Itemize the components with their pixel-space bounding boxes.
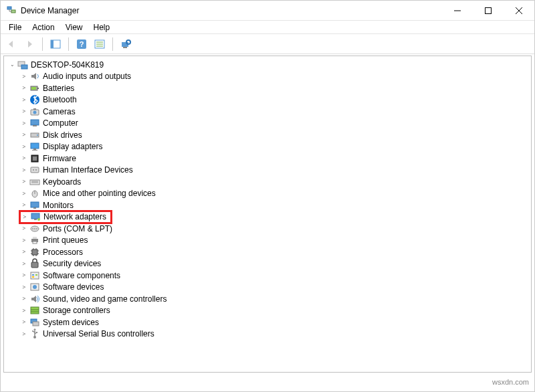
- svg-point-47: [37, 218, 40, 221]
- svg-rect-79: [36, 332, 37, 333]
- tree-category-label: Audio inputs and outputs: [43, 72, 131, 81]
- tree-category-node[interactable]: >Firmware: [8, 153, 531, 165]
- bluetooth-icon: [29, 94, 40, 105]
- tree-category-node[interactable]: >Mice and other pointing devices: [8, 188, 531, 200]
- chevron-right-icon[interactable]: >: [20, 248, 28, 256]
- menu-action[interactable]: Action: [27, 21, 60, 33]
- properties-button[interactable]: [92, 36, 108, 52]
- svg-point-29: [37, 134, 38, 136]
- chevron-right-icon[interactable]: >: [20, 225, 28, 233]
- tree-category-label: Sound, video and game controllers: [43, 294, 167, 304]
- svg-point-50: [34, 228, 35, 229]
- svg-rect-32: [32, 150, 37, 151]
- tree-category-label: Ports (COM & LPT): [43, 224, 112, 233]
- disk-icon: [29, 130, 40, 140]
- chevron-right-icon[interactable]: >: [20, 189, 28, 197]
- tree-category-node[interactable]: >Processors: [8, 246, 531, 258]
- tree-category-label: Storage controllers: [43, 306, 110, 315]
- tree-category-node[interactable]: >Audio inputs and outputs: [8, 71, 531, 83]
- tree-category-node[interactable]: >Ports (COM & LPT): [8, 223, 531, 235]
- monitor-icon: [29, 200, 40, 211]
- mouse-icon: [29, 188, 40, 199]
- tree-category-node[interactable]: >Network adapters: [8, 211, 531, 223]
- svg-rect-45: [31, 213, 39, 219]
- chevron-right-icon[interactable]: >: [20, 155, 28, 163]
- security-icon: [29, 258, 40, 269]
- chevron-right-icon[interactable]: >: [20, 272, 28, 280]
- tree-category-node[interactable]: >Software devices: [8, 282, 531, 294]
- svg-rect-34: [33, 157, 37, 161]
- svg-rect-44: [33, 207, 36, 209]
- chevron-right-icon[interactable]: >: [20, 166, 28, 174]
- show-hide-tree-button[interactable]: [47, 36, 64, 52]
- highlight-annotation: >Network adapters: [19, 210, 112, 224]
- expander-icon[interactable]: ⌄: [8, 61, 16, 69]
- software-icon: [29, 270, 40, 281]
- chevron-right-icon[interactable]: >: [20, 96, 28, 104]
- tree-category-label: Security devices: [43, 259, 101, 268]
- tree-category-label: System devices: [43, 318, 99, 327]
- tree-category-node[interactable]: >Software components: [8, 270, 531, 282]
- close-button[interactable]: [504, 1, 534, 21]
- minimize-button[interactable]: [442, 1, 473, 21]
- help-button[interactable]: ?: [74, 36, 90, 52]
- maximize-button[interactable]: [473, 1, 504, 21]
- tree-category-node[interactable]: >Human Interface Devices: [8, 165, 531, 177]
- chevron-right-icon[interactable]: >: [20, 318, 28, 326]
- chevron-right-icon[interactable]: >: [20, 72, 28, 80]
- chevron-right-icon[interactable]: >: [20, 84, 28, 92]
- svg-rect-0: [7, 7, 11, 9]
- computer-root-icon: [17, 60, 28, 70]
- tree-category-node[interactable]: >Batteries: [8, 82, 531, 94]
- tree-category-node[interactable]: >Security devices: [8, 258, 531, 270]
- chevron-right-icon[interactable]: >: [20, 201, 28, 209]
- tree-category-label: Processors: [43, 248, 83, 257]
- audio-icon: [29, 71, 40, 82]
- chevron-right-icon[interactable]: >: [20, 236, 28, 244]
- back-button[interactable]: [3, 36, 19, 52]
- tree-category-node[interactable]: >Print queues: [8, 235, 531, 247]
- chevron-right-icon[interactable]: >: [20, 260, 28, 268]
- tree-category-node[interactable]: >Bluetooth: [8, 94, 531, 106]
- chevron-right-icon[interactable]: >: [20, 119, 28, 127]
- chevron-right-icon[interactable]: >: [20, 306, 28, 314]
- tree-category-label: Disk drives: [43, 130, 82, 140]
- chevron-right-icon[interactable]: >: [21, 213, 29, 221]
- printer-icon: [29, 235, 40, 246]
- device-tree-panel: ⌄ DESKTOP-504K819 >Audio inputs and outp…: [3, 56, 532, 373]
- tree-root-label: DESKTOP-504K819: [31, 60, 104, 70]
- chevron-right-icon[interactable]: >: [20, 108, 28, 116]
- svg-rect-30: [31, 143, 39, 149]
- tree-category-node[interactable]: >Disk drives: [8, 129, 531, 141]
- tree-category-node[interactable]: >System devices: [8, 316, 531, 328]
- menu-help[interactable]: Help: [88, 21, 116, 33]
- system-icon: [29, 317, 40, 328]
- tree-category-node[interactable]: >Universal Serial Bus controllers: [8, 328, 531, 340]
- tree-category-node[interactable]: >Sound, video and game controllers: [8, 293, 531, 305]
- chevron-right-icon[interactable]: >: [20, 283, 28, 291]
- scan-hardware-button[interactable]: [118, 36, 134, 52]
- svg-rect-66: [32, 274, 34, 276]
- computer-icon: [29, 118, 40, 128]
- svg-rect-65: [31, 272, 39, 279]
- menu-view[interactable]: View: [60, 21, 88, 33]
- chevron-right-icon[interactable]: >: [20, 330, 28, 338]
- svg-rect-21: [31, 87, 36, 90]
- chevron-right-icon[interactable]: >: [20, 178, 28, 186]
- chevron-right-icon[interactable]: >: [20, 131, 28, 139]
- network-icon: [30, 211, 41, 222]
- storage-icon: [29, 305, 40, 316]
- menu-file[interactable]: File: [3, 21, 27, 33]
- tree-category-node[interactable]: >Keyboards: [8, 176, 531, 188]
- tree-category-node[interactable]: >Display adapters: [8, 141, 531, 153]
- tree-category-label: Software components: [43, 271, 120, 280]
- tree-category-node[interactable]: >Cameras: [8, 106, 531, 118]
- chevron-right-icon[interactable]: >: [20, 295, 28, 303]
- tree-category-node[interactable]: >Storage controllers: [8, 305, 531, 317]
- svg-rect-43: [31, 202, 39, 207]
- tree-category-node[interactable]: >Computer: [8, 118, 531, 130]
- tree-root-node[interactable]: ⌄ DESKTOP-504K819: [8, 59, 531, 71]
- forward-button[interactable]: [21, 36, 37, 52]
- svg-rect-67: [35, 274, 37, 276]
- chevron-right-icon[interactable]: >: [20, 142, 28, 151]
